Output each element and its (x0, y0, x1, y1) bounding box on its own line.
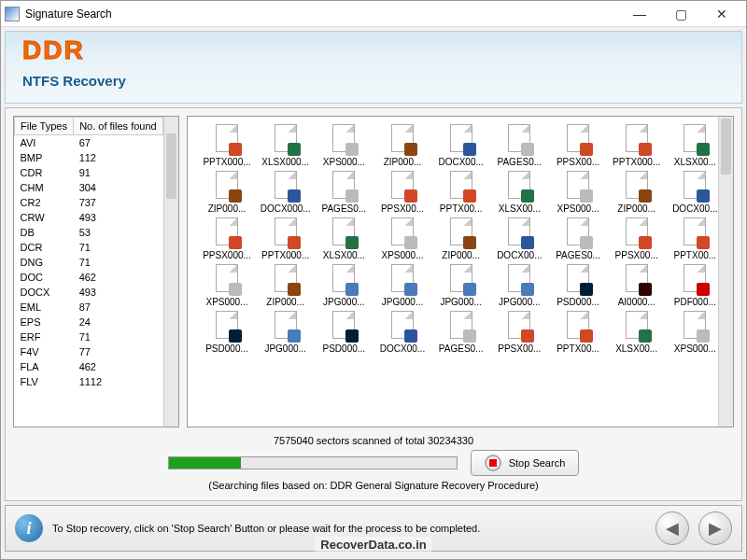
file-item[interactable]: JPG000... (260, 311, 312, 354)
file-item[interactable]: DOCX00... (435, 124, 487, 167)
file-item[interactable]: PAGES0... (317, 171, 370, 214)
file-item[interactable]: XPS000... (669, 311, 721, 354)
file-item[interactable]: XPS000... (201, 264, 253, 307)
table-row[interactable]: CHM304 (15, 180, 163, 195)
file-icon (506, 124, 532, 154)
table-row[interactable]: CRW493 (15, 210, 163, 225)
footer-hint: To Stop recovery, click on 'Stop Search'… (52, 523, 646, 534)
cell-count: 71 (74, 240, 163, 255)
left-scroll-thumb[interactable] (166, 133, 176, 199)
file-item[interactable]: ZIP000... (260, 264, 312, 307)
table-row[interactable]: DOCX493 (15, 285, 163, 300)
search-note: (Searching files based on: DDR General S… (208, 480, 538, 491)
table-row[interactable]: EPS24 (15, 315, 163, 329)
left-scrollbar[interactable] (163, 117, 178, 427)
file-item[interactable]: ZIP000... (611, 171, 663, 214)
xls-icon (521, 189, 534, 203)
stop-search-button[interactable]: Stop Search (471, 450, 580, 476)
blank-icon (345, 143, 359, 156)
file-label: PPTX000... (613, 157, 660, 167)
table-row[interactable]: ERF71 (15, 329, 163, 344)
file-item[interactable]: XLSX00... (317, 217, 370, 260)
table-row[interactable]: DCR71 (15, 240, 163, 255)
forward-button[interactable]: ▶ (698, 511, 732, 545)
close-button[interactable]: ✕ (701, 3, 742, 25)
cell-count: 71 (74, 329, 163, 344)
xls-icon (639, 329, 652, 343)
file-item[interactable]: XLSX00... (493, 171, 545, 214)
cell-count: 737 (74, 195, 163, 210)
file-label: XPS000... (381, 250, 423, 260)
file-icon (331, 311, 357, 341)
file-item[interactable]: XPS000... (317, 124, 370, 167)
file-item[interactable]: PPTX00... (669, 217, 721, 260)
table-row[interactable]: DNG71 (15, 255, 163, 270)
file-item[interactable]: PPSX00... (376, 171, 429, 214)
table-row[interactable]: CR2737 (15, 195, 163, 210)
cell-count: 77 (74, 344, 163, 359)
file-item[interactable]: PPSX00... (552, 124, 604, 167)
minimize-button[interactable]: — (619, 3, 660, 25)
file-item[interactable]: ZIP000... (376, 124, 429, 167)
file-label: JPG000... (264, 343, 305, 354)
file-item[interactable]: JPG000... (435, 264, 487, 307)
file-item[interactable]: XPS000... (552, 171, 604, 214)
file-icon (624, 171, 650, 201)
table-row[interactable]: DB53 (15, 225, 163, 240)
file-icon (273, 264, 299, 294)
file-item[interactable]: DOCX00... (376, 311, 429, 354)
file-item[interactable]: JPG000... (376, 264, 429, 307)
table-row[interactable]: CDR91 (15, 165, 163, 180)
file-item[interactable]: XPS000... (376, 217, 429, 260)
stop-icon (485, 455, 501, 471)
file-item[interactable]: PPSX00... (611, 217, 663, 260)
file-item[interactable]: DOCX00... (493, 217, 545, 260)
file-icon (331, 171, 357, 201)
col-file-types[interactable]: File Types (15, 118, 74, 135)
col-files-found[interactable]: No. of files found (74, 118, 163, 135)
file-item[interactable]: PAGES0... (552, 217, 604, 260)
back-button[interactable]: ◀ (655, 511, 689, 545)
table-row[interactable]: F4V77 (15, 344, 163, 359)
file-item[interactable]: ZIP000... (201, 171, 253, 214)
table-row[interactable]: FLV1112 (15, 374, 163, 389)
cell-type: CR2 (15, 195, 74, 210)
file-item[interactable]: PPTX00... (435, 171, 487, 214)
icon-grid: PPTX000...XLSX000...XPS000...ZIP000...DO… (188, 117, 733, 361)
table-row[interactable]: DOC462 (15, 270, 163, 285)
file-item[interactable]: PSD000... (201, 311, 253, 354)
table-row[interactable]: BMP112 (15, 150, 163, 165)
file-icon (565, 217, 591, 247)
table-row[interactable]: FLA462 (15, 359, 163, 374)
table-row[interactable]: EML87 (15, 300, 163, 315)
file-item[interactable]: PAGES0... (435, 311, 487, 354)
file-item[interactable]: PPTX00... (552, 311, 604, 354)
file-item[interactable]: XLSX00... (611, 311, 663, 354)
right-scroll-thumb[interactable] (721, 119, 731, 175)
file-item[interactable]: PPSX00... (493, 311, 545, 354)
jpg-icon (345, 283, 359, 296)
file-item[interactable]: PSD000... (552, 264, 604, 307)
file-item[interactable]: PSD000... (317, 311, 370, 354)
file-item[interactable]: ZIP000... (435, 217, 487, 260)
file-item[interactable]: PPTX000... (201, 124, 253, 167)
file-item[interactable]: PPTX000... (260, 217, 312, 260)
file-item[interactable]: XLSX00... (669, 124, 721, 167)
file-item[interactable]: PPTX000... (611, 124, 663, 167)
table-row[interactable]: AVI67 (15, 135, 163, 151)
file-item[interactable]: DOCX00... (669, 171, 721, 214)
file-item[interactable]: AI0000... (611, 264, 663, 307)
cell-count: 112 (74, 150, 163, 165)
file-item[interactable]: PAGES0... (493, 124, 545, 167)
file-item[interactable]: PPSX000... (201, 217, 253, 260)
file-item[interactable]: DOCX000... (260, 171, 312, 214)
maximize-button[interactable]: ▢ (660, 3, 701, 25)
file-icon (682, 171, 708, 201)
file-item[interactable]: JPG000... (493, 264, 545, 307)
right-scrollbar[interactable] (718, 117, 733, 427)
file-item[interactable]: JPG000... (317, 264, 370, 307)
file-item[interactable]: PDF000... (669, 264, 721, 307)
file-item[interactable]: XLSX000... (260, 124, 312, 167)
file-icon (331, 217, 357, 247)
cell-count: 493 (74, 285, 163, 300)
